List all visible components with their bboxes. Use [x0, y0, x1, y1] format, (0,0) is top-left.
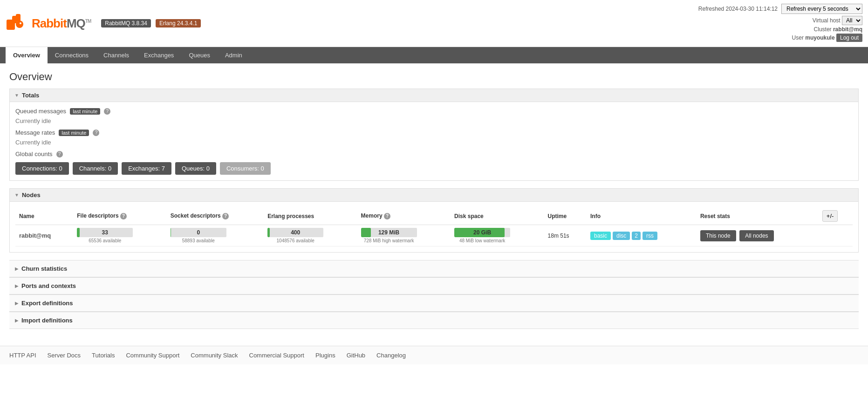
col-uptime: Uptime [544, 207, 587, 225]
totals-section-header[interactable]: ▼ Totals [10, 89, 858, 102]
disk-value: 20 GiB [454, 228, 510, 237]
queued-messages-label: Queued messages [15, 108, 66, 115]
nodes-collapse-icon: ▼ [14, 192, 19, 198]
nodes-table-header-row: Name File descriptors ? Socket descripto… [15, 207, 853, 225]
file-desc-bar-container: 33 65536 available [77, 228, 133, 243]
reset-this-node-button[interactable]: This node [700, 230, 736, 241]
file-desc-value: 33 [77, 228, 133, 237]
user-label: User [792, 34, 804, 41]
nav-item-exchanges[interactable]: Exchanges [137, 47, 181, 63]
export-section-header[interactable]: ▶ Export definitions [9, 295, 859, 312]
page-title: Overview [9, 71, 859, 83]
churn-section: ▶ Churn statistics [9, 260, 859, 277]
socket-desc-cell: 0 58893 available [167, 225, 264, 247]
col-reset-stats: Reset stats [697, 207, 819, 225]
nav-item-connections[interactable]: Connections [48, 47, 96, 63]
uptime-cell: 18m 51s [544, 225, 587, 247]
main-content: Overview ▼ Totals Queued messages last m… [0, 63, 868, 336]
counts-buttons-row: Connections: 0 Channels: 0 Exchanges: 7 … [15, 162, 853, 175]
reset-stats-cell: This node All nodes [697, 225, 819, 247]
nodes-table: Name File descriptors ? Socket descripto… [15, 207, 853, 247]
disk-bar-container: 20 GiB 48 MiB low watermark [454, 228, 510, 243]
badge-disc[interactable]: disc [613, 232, 630, 240]
message-rates-help-icon[interactable]: ? [93, 130, 99, 136]
nav-item-queues[interactable]: Queues [181, 47, 218, 63]
badge-num: 2 [632, 232, 641, 240]
queued-messages-time-badge[interactable]: last minute [70, 108, 100, 115]
refreshed-timestamp: Refreshed 2024-03-30 11:14:12 [698, 6, 778, 12]
col-memory: Memory ? [357, 207, 451, 225]
global-counts-help-icon[interactable]: ? [56, 151, 63, 157]
file-desc-available: 65536 available [77, 238, 133, 243]
reset-all-nodes-button[interactable]: All nodes [739, 230, 773, 241]
logo-text: RabbitMQTM [32, 16, 91, 30]
footer-link-community-support[interactable]: Community Support [126, 352, 179, 359]
global-counts-label: Global counts [15, 151, 53, 157]
memory-available: 728 MiB high watermark [361, 238, 417, 243]
ports-collapse-icon: ▶ [15, 283, 19, 288]
nodes-section-title: Nodes [22, 192, 41, 199]
footer-link-github[interactable]: GitHub [347, 352, 365, 359]
footer: HTTP API Server Docs Tutorials Community… [0, 346, 868, 364]
exchanges-count-button[interactable]: Exchanges: 7 [122, 162, 171, 175]
nodes-section-body: Name File descriptors ? Socket descripto… [10, 202, 858, 252]
info-badges: basic disc 2 rss [590, 232, 693, 240]
ports-section-header[interactable]: ▶ Ports and contexts [9, 278, 859, 294]
node-name-cell: rabbit@mq [15, 225, 73, 247]
vhost-row: Virtual host All [698, 16, 862, 25]
refresh-interval-select[interactable]: Refresh every 5 seconds Do not refresh R… [781, 4, 862, 14]
nav-item-admin[interactable]: Admin [218, 47, 250, 63]
footer-link-http-api[interactable]: HTTP API [9, 352, 36, 359]
channels-count-button[interactable]: Channels: 0 [73, 162, 118, 175]
memory-help-icon[interactable]: ? [384, 213, 390, 219]
badge-basic[interactable]: basic [590, 232, 611, 240]
file-desc-cell: 33 65536 available [73, 225, 166, 247]
message-rates-label: Message rates [15, 129, 55, 136]
message-rates-time-badge[interactable]: last minute [59, 130, 89, 136]
export-section-title: Export definitions [21, 300, 73, 307]
footer-link-server-docs[interactable]: Server Docs [48, 352, 81, 359]
footer-link-plugins[interactable]: Plugins [315, 352, 335, 359]
import-section-header[interactable]: ▶ Import definitions [9, 312, 859, 329]
vhost-label: Virtual host [813, 17, 841, 24]
export-section: ▶ Export definitions [9, 294, 859, 312]
queued-messages-help-icon[interactable]: ? [104, 108, 110, 115]
socket-desc-help-icon[interactable]: ? [222, 213, 229, 219]
footer-link-commercial-support[interactable]: Commercial Support [249, 352, 305, 359]
ports-section: ▶ Ports and contexts [9, 277, 859, 294]
import-section: ▶ Import definitions [9, 312, 859, 329]
totals-section-title: Totals [22, 92, 39, 99]
file-desc-help-icon[interactable]: ? [120, 213, 127, 219]
churn-section-header[interactable]: ▶ Churn statistics [9, 260, 859, 277]
nav-item-channels[interactable]: Channels [96, 47, 137, 63]
global-counts-row: Global counts ? [15, 151, 853, 157]
svg-rect-2 [12, 16, 17, 23]
queues-count-button[interactable]: Queues: 0 [175, 162, 216, 175]
churn-collapse-icon: ▶ [15, 266, 19, 271]
col-plus-minus: +/- [819, 207, 853, 225]
cluster-row: Cluster rabbit@mq [698, 26, 862, 33]
badge-rss[interactable]: rss [642, 232, 657, 240]
consumers-count-button[interactable]: Consumers: 0 [220, 162, 271, 175]
vhost-select[interactable]: All [842, 16, 862, 25]
extra-cell [819, 225, 853, 247]
erlang-proc-value: 400 [267, 228, 323, 237]
footer-link-tutorials[interactable]: Tutorials [92, 352, 115, 359]
node-name: rabbit@mq [19, 232, 51, 239]
erlang-proc-bar-outer: 400 [267, 228, 323, 237]
logout-button[interactable]: Log out [836, 34, 862, 42]
footer-link-changelog[interactable]: Changelog [376, 352, 406, 359]
connections-count-button[interactable]: Connections: 0 [15, 162, 69, 175]
totals-section-body: Queued messages last minute ? Currently … [10, 102, 858, 180]
queued-messages-row: Queued messages last minute ? [15, 108, 853, 115]
message-rates-row: Message rates last minute ? [15, 129, 853, 136]
queued-idle-text: Currently idle [15, 117, 853, 124]
erlang-version-badge: Erlang 24.3.4.1 [156, 19, 201, 27]
cluster-label: Cluster [814, 26, 832, 33]
nav-item-overview[interactable]: Overview [6, 47, 48, 63]
plus-minus-button[interactable]: +/- [822, 210, 838, 222]
main-nav: Overview Connections Channels Exchanges … [0, 47, 868, 63]
footer-link-community-slack[interactable]: Community Slack [191, 352, 238, 359]
rabbitmq-version-badge: RabbitMQ 3.8.34 [101, 19, 151, 27]
nodes-section-header[interactable]: ▼ Nodes [10, 189, 858, 202]
